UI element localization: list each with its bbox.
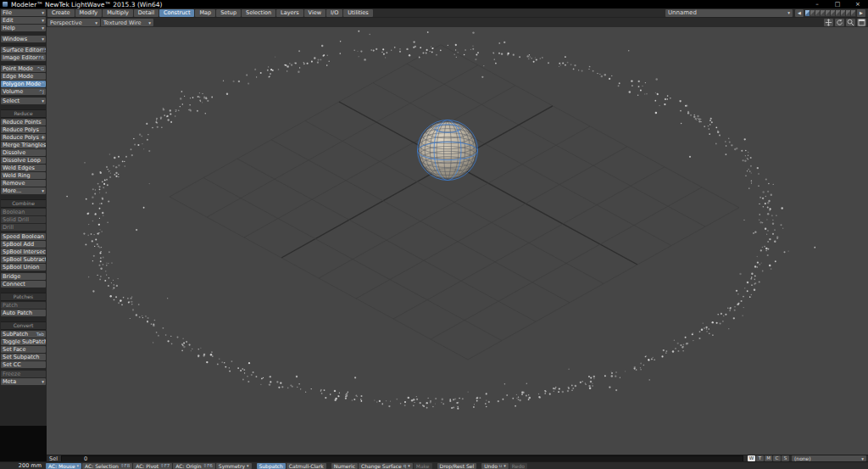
rotate-icon[interactable] (835, 19, 844, 26)
bottom-button-subpatch[interactable]: Subpatch (257, 463, 286, 469)
sidebar-item-dissolve[interactable]: Dissolve (1, 149, 46, 156)
display-mode-selector[interactable]: Textured Wire ▾ (101, 19, 153, 26)
sidebar-item-patch[interactable]: Patch (1, 302, 46, 309)
bottom-button-redo[interactable]: Redo (509, 463, 527, 469)
vmap-button-s[interactable]: S (782, 455, 789, 461)
sidebar-item-more[interactable]: More...▾ (1, 187, 46, 194)
label: Edge Mode (3, 73, 33, 80)
bottom-button-change-surface[interactable]: Change Surfaceq▾ (359, 463, 413, 469)
bottom-button-ac-pivot[interactable]: AC: Pivot⇧F7 (133, 463, 172, 469)
vmap-selector[interactable]: (none) ▾ (792, 455, 866, 461)
object-selector[interactable]: Unnamed ▾ (665, 9, 793, 17)
sidebar-item-toggle-subpatch[interactable]: Toggle SubPatch (1, 338, 46, 345)
layer-6[interactable] (831, 10, 835, 16)
sidebar-item-polygon-mode[interactable]: Polygon Mode^H (1, 81, 46, 87)
tab-view[interactable]: View (304, 9, 326, 17)
zoom-icon[interactable] (846, 19, 855, 26)
bottom-button-ac-selection[interactable]: AC: Selection⇧F8 (82, 463, 132, 469)
tab-detail[interactable]: Detail (134, 9, 159, 17)
view-type-selector[interactable]: Perspective ▾ (47, 19, 100, 26)
sidebar-item-windows[interactable]: Windows▾ (1, 36, 46, 42)
sidebar-item-surface-editor[interactable]: Surface EditorF5 (1, 47, 46, 53)
grid-size-display: 200 mm (1, 462, 46, 469)
tab-setup[interactable]: Setup (216, 9, 241, 17)
sidebar-item-spbool-union[interactable]: SpBool Union (1, 264, 46, 271)
layer-10[interactable] (851, 10, 855, 16)
bottom-button-ac-origin[interactable]: AC: Origin⇧F6 (173, 463, 215, 469)
layer-9[interactable] (846, 10, 850, 16)
maximize-button[interactable]: □ (827, 0, 848, 8)
sidebar-item-spbool-subtract[interactable]: SpBool Subtract (1, 256, 46, 263)
label: Help (3, 25, 15, 31)
sidebar-item-bridge[interactable]: Bridge (1, 273, 46, 280)
sidebar-item-reduce-points[interactable]: Reduce Points (1, 119, 46, 126)
sphere-object[interactable] (418, 120, 478, 181)
sidebar-item-auto-patch[interactable]: Auto Patch (1, 310, 46, 316)
sidebar-item-reduce-polys[interactable]: Reduce Polys + (1, 134, 46, 141)
chevron-down-icon: ▾ (42, 98, 44, 104)
sidebar-item-set-subpatch[interactable]: Set Subpatch (1, 354, 46, 360)
vmap-button-c[interactable]: C (773, 455, 781, 461)
sidebar-item-remove[interactable]: Remove (1, 180, 46, 187)
sidebar-item-subpatch[interactable]: SubPatchTab (1, 331, 46, 338)
sidebar-item-set-face[interactable]: Set Face (1, 346, 46, 353)
vmap-button-m[interactable]: M (765, 455, 772, 461)
viewport[interactable] (47, 27, 868, 455)
layer-7[interactable] (836, 10, 840, 16)
sidebar-item-edit[interactable]: Edit▾ (1, 17, 46, 24)
label: Reduce Polys (3, 126, 39, 133)
pan-icon[interactable] (824, 19, 833, 26)
bottom-button-make[interactable]: Make (414, 463, 432, 469)
tab-selection[interactable]: Selection (242, 9, 275, 17)
sidebar-item-speed-boolean[interactable]: Speed Boolean (1, 233, 46, 240)
layer-2[interactable] (810, 10, 815, 16)
bottom-button-drop-rest-sel[interactable]: Drop/Rest Sel (437, 463, 477, 469)
vmap-button-w[interactable]: W (748, 455, 755, 461)
tab-create[interactable]: Create (47, 9, 75, 17)
sidebar-item-freeze[interactable]: Freeze (1, 371, 46, 377)
sidebar-item-spbool-add[interactable]: SpBool Add (1, 241, 46, 248)
tab-layers[interactable]: Layers (276, 9, 303, 17)
sidebar-item-point-mode[interactable]: Point Mode^G (1, 65, 46, 72)
bottom-button-symmetry[interactable]: Symmetry▾ (216, 463, 252, 469)
tab-i-o[interactable]: I/O (326, 9, 342, 17)
sidebar-item-weld-edges[interactable]: Weld Edges (1, 165, 46, 171)
sidebar-item-volume[interactable]: Volume^J (1, 88, 46, 95)
sidebar-item-weld-ring[interactable]: Weld Ring (1, 172, 46, 179)
sidebar-item-connect[interactable]: Connect (1, 281, 46, 288)
layer-4[interactable] (821, 10, 825, 16)
sidebar-item-reduce-polys[interactable]: Reduce Polys (1, 126, 46, 133)
layer-5[interactable] (826, 10, 830, 16)
minimize-button[interactable]: – (807, 0, 827, 8)
close-button[interactable]: × (848, 0, 868, 8)
bottom-button-ac-mouse[interactable]: AC: Mouse▾ (46, 463, 81, 469)
tab-construct[interactable]: Construct (159, 9, 194, 17)
tab-utilities[interactable]: Utilities (343, 9, 372, 17)
tab-map[interactable]: Map (195, 9, 215, 17)
tab-multiply[interactable]: Multiply (103, 9, 133, 17)
sidebar-item-select[interactable]: Select▾ (1, 98, 46, 104)
sidebar-item-merge-triangles[interactable]: Merge Triangles (1, 142, 46, 148)
sidebar-item-edge-mode[interactable]: Edge Mode (1, 73, 46, 80)
sidebar-item-spbool-intersect[interactable]: SpBool Intersect (1, 248, 46, 255)
layer-1[interactable] (805, 10, 810, 16)
sidebar-item-file[interactable]: File▾ (1, 9, 46, 16)
sidebar-item-meta[interactable]: Meta▾ (1, 378, 46, 385)
maximize-viewport-icon[interactable] (857, 19, 866, 26)
sidebar-item-drill[interactable]: Drill (1, 224, 46, 231)
bottom-button-undo[interactable]: Undou▾ (481, 463, 509, 469)
sidebar-item-image-editor[interactable]: Image EditorF6 (1, 54, 46, 61)
bottom-button-catmull-clark[interactable]: Catmull-Clark (287, 463, 326, 469)
tab-modify[interactable]: Modify (75, 9, 103, 17)
sidebar-item-dissolve-loop[interactable]: Dissolve Loop (1, 157, 46, 164)
sidebar-item-help[interactable]: Help▾ (1, 25, 46, 31)
layer-8[interactable] (841, 10, 845, 16)
prev-layer-bank-button[interactable]: ◀ (795, 9, 804, 17)
bottom-button-numeric[interactable]: Numeric (331, 463, 358, 469)
sidebar-item-boolean[interactable]: Boolean (1, 209, 46, 215)
sidebar-item-solid-drill[interactable]: Solid Drill (1, 216, 46, 223)
layer-3[interactable] (815, 10, 820, 16)
next-layer-bank-button[interactable]: ▶ (857, 9, 865, 17)
sidebar-item-set-cc[interactable]: Set CC (1, 361, 46, 368)
vmap-button-t[interactable]: T (756, 455, 764, 461)
